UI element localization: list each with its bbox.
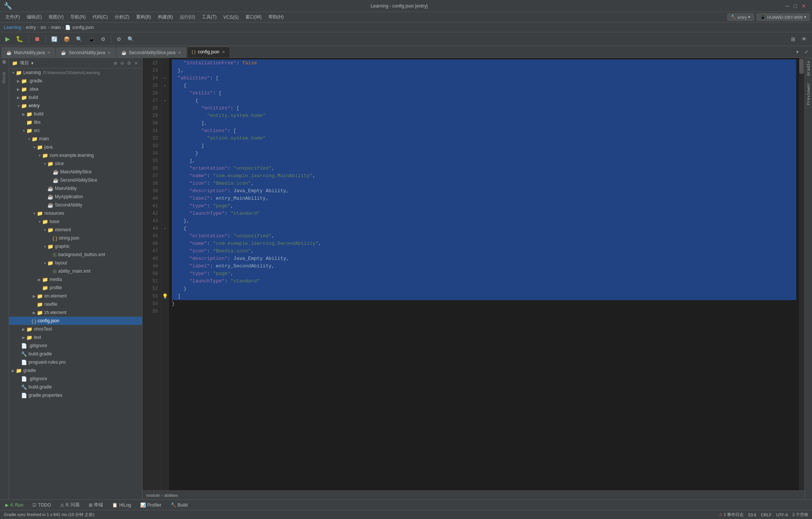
tree-item-layout[interactable]: ▾ 📁 layout	[9, 259, 142, 267]
tree-item-ohostest[interactable]: ▶ 📁 ohosTest	[9, 325, 142, 333]
tree-item-libs[interactable]: 📁 libs	[9, 118, 142, 126]
tree-item-build-gradle-entry[interactable]: 🔧 build.gradle	[9, 350, 142, 358]
panel-scroll-btn[interactable]: ⊕	[112, 60, 118, 66]
run-panel-btn[interactable]: ▶ 4: Run	[3, 502, 26, 508]
breadcrumb-config-label[interactable]: config.json	[72, 25, 94, 30]
menu-window[interactable]: 窗口(W)	[242, 13, 265, 21]
todo-btn[interactable]: ☑ TODO	[30, 502, 53, 508]
layout-button[interactable]: ⊞	[789, 35, 798, 44]
tree-item-entry-build[interactable]: ▶ 📁 build	[9, 110, 142, 118]
tree-item-element[interactable]: ▾ 📁 element	[9, 226, 142, 234]
code-editor[interactable]: 22 23 24 25 26 27 28 29 30 31 32 33 34 3…	[142, 58, 804, 490]
error-indicator[interactable]: ⚠ 1 事件日志	[719, 512, 744, 517]
problems-btn[interactable]: ⚠ 6: 问题	[58, 501, 82, 509]
tree-item-profile[interactable]: 📁 profile	[9, 284, 142, 292]
tree-item-resources[interactable]: ▾ 📁 resources	[9, 209, 142, 217]
menu-build[interactable]: 构建(B)	[155, 13, 176, 21]
tab-config-json[interactable]: { } config.json ✕	[187, 47, 230, 58]
previewer-tab[interactable]: Previewer	[805, 81, 812, 106]
fold-25[interactable]: ▾	[162, 82, 168, 90]
fold-24[interactable]: ▾	[162, 74, 168, 82]
menu-code[interactable]: 代码(C)	[89, 13, 111, 21]
vtab-structure[interactable]: 结构	[1, 59, 8, 64]
panel-collapse-btn[interactable]: ⊖	[119, 60, 125, 66]
charset-indicator[interactable]: UTF-8	[776, 513, 788, 517]
tab-secondabilityslice-java[interactable]: ☕ SecondAbilitySlice.java ✕	[117, 47, 186, 58]
avd-button[interactable]: 📱	[86, 35, 97, 44]
profiler-btn[interactable]: 📊 Profiler	[138, 502, 164, 508]
maximize-button[interactable]: □	[792, 3, 799, 9]
sdk-button[interactable]: ⚙	[98, 35, 108, 44]
tree-item-gitignore-root[interactable]: 📄 .gitignore	[9, 375, 142, 383]
debug-button[interactable]: 🐛	[14, 34, 26, 44]
sync-button[interactable]: 🔄	[49, 35, 60, 44]
tree-item-rawfile[interactable]: 📁 rawfile	[9, 300, 142, 308]
terminal-btn[interactable]: ⊞ 终端	[86, 501, 105, 509]
tree-item-string-json[interactable]: { } string.json	[9, 234, 142, 242]
device-dropdown[interactable]: 📱 HUAWEI DBY-W09 ▾	[757, 14, 810, 21]
tree-item-test[interactable]: ▶ 📁 test	[9, 333, 142, 341]
tree-item-main[interactable]: ▾ 📁 main	[9, 135, 142, 143]
panel-hide-btn[interactable]: ✕	[133, 60, 139, 66]
view-button[interactable]: 👁	[799, 35, 809, 44]
tree-item-config-json[interactable]: { } config.json	[9, 317, 142, 325]
run-button[interactable]: ▶	[3, 34, 12, 44]
fold-44[interactable]: ▾	[162, 225, 168, 232]
settings-button[interactable]: ⚙	[114, 35, 124, 44]
tab-close-icon-2[interactable]: ✕	[108, 50, 111, 55]
tree-item-java[interactable]: ▾ 📁 java	[9, 143, 142, 151]
lint-button[interactable]: 🔍	[74, 35, 85, 44]
tree-item-mainabilityslice[interactable]: ☕ MainAbilitySlice	[9, 168, 142, 176]
breadcrumb-src[interactable]: src	[40, 25, 46, 30]
tree-item-mainability[interactable]: ☕ MainAbility	[9, 184, 142, 193]
vtab-ohosbuilds[interactable]: OhosB	[2, 70, 7, 86]
menu-edit[interactable]: 编辑(E)	[24, 13, 45, 21]
tree-item-media[interactable]: ▶ 📁 media	[9, 275, 142, 284]
tree-item-entry[interactable]: ▾ 📁 entry	[9, 102, 142, 110]
vtab-favorites[interactable]: 收藏	[1, 65, 8, 69]
tab-mainability-java[interactable]: ☕ MainAbility.java ✕	[2, 47, 55, 58]
breadcrumb-entry[interactable]: entry	[26, 25, 36, 30]
tab-secondability-java[interactable]: ☕ SecondAbility.java ✕	[56, 47, 115, 58]
tree-item-ability-main-xml[interactable]: ⊞ ability_main.xml	[9, 267, 142, 275]
file-tree[interactable]: ▾ 📁 Learning D:\HarmonyOS\demo\Learning …	[9, 68, 142, 499]
position-indicator[interactable]: 53:6	[748, 513, 756, 517]
tree-item-build-root[interactable]: ▶ 📁 build	[9, 93, 142, 102]
tree-item-zh-element[interactable]: ▶ 📁 zh.element	[9, 308, 142, 317]
tab-close-icon-3[interactable]: ✕	[178, 50, 181, 55]
tree-item-src[interactable]: ▾ 📁 src	[9, 126, 142, 135]
tree-item-slice[interactable]: ▾ 📁 slice	[9, 159, 142, 168]
build-variants-button[interactable]: 📦	[61, 35, 72, 44]
tree-item-gitignore-entry[interactable]: 📄 .gitignore	[9, 341, 142, 350]
minimize-button[interactable]: ─	[783, 3, 792, 9]
hilog-btn[interactable]: 📋 HiLog	[110, 502, 133, 508]
breadcrumb-main[interactable]: main	[51, 25, 61, 30]
menu-run[interactable]: 运行(U)	[177, 13, 198, 21]
scrollbar-thumb[interactable]	[799, 59, 804, 74]
tree-item-proguard[interactable]: 📄 proguard-rules.pro	[9, 358, 142, 366]
stop-button[interactable]: ⏹	[32, 34, 42, 44]
breadcrumb-config[interactable]: 📄	[65, 25, 71, 30]
menu-refactor[interactable]: 重构(B)	[133, 13, 154, 21]
indent-indicator[interactable]: 2 个空格	[792, 512, 808, 517]
breadcrumb-learning[interactable]: Learning	[4, 25, 21, 30]
tab-close-icon-4[interactable]: ✕	[222, 50, 225, 55]
menu-vcs[interactable]: VCS(S)	[220, 14, 242, 21]
recent-files-button[interactable]: ▾	[794, 48, 801, 56]
tree-item-gradle-properties[interactable]: 📄 gradle.properties	[9, 391, 142, 399]
tree-item-learning[interactable]: ▾ 📁 Learning D:\HarmonyOS\demo\Learning	[9, 68, 142, 77]
menu-help[interactable]: 帮助(H)	[265, 13, 287, 21]
menu-tools[interactable]: 工具(T)	[199, 13, 220, 21]
panel-settings-btn[interactable]: ⚙	[126, 60, 132, 66]
scrollbar-track[interactable]: ✓ 1	[799, 58, 804, 490]
tree-item-gradle-dir[interactable]: ▶ 📁 .gradle	[9, 77, 142, 85]
expand-editor-button[interactable]: ⤢	[802, 48, 810, 56]
tree-item-background-button-xml[interactable]: ⊞ background_button.xml	[9, 250, 142, 259]
line-endings[interactable]: CRLF	[761, 513, 772, 517]
build-btn[interactable]: 🔨 Build	[168, 502, 190, 508]
fold-27[interactable]: ▾	[162, 97, 168, 105]
tree-item-base[interactable]: ▾ 📁 base	[9, 217, 142, 226]
menu-analyze[interactable]: 分析(Z)	[112, 13, 132, 21]
menu-navigate[interactable]: 导航(N)	[67, 13, 89, 21]
tree-item-idea[interactable]: ▶ 📁 .idea	[9, 85, 142, 93]
